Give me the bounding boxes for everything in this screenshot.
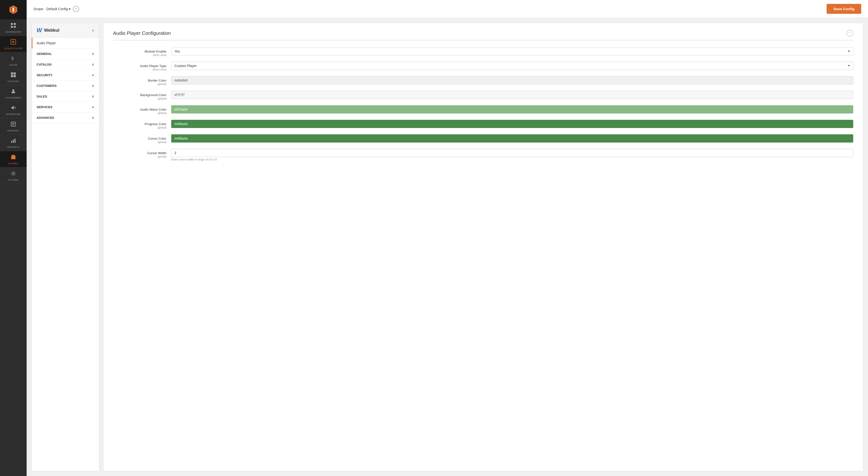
border-color-input[interactable] (171, 76, 853, 84)
scope-dropdown-icon: ▾ (69, 7, 70, 11)
audio-player-icon (11, 39, 16, 46)
config-scope-audio-player-type: [store view] (113, 68, 166, 71)
config-scope-module-enable: [store view] (113, 54, 166, 56)
right-panel: Audio Player Configuration ⌃ Module Enab… (103, 23, 863, 471)
config-label-cursor-width: Cursor Width (147, 151, 166, 155)
config-label-col-audio-player-type: Audio Player Type [store view] (113, 62, 171, 71)
chevron-down-sales: ∨ (92, 95, 94, 98)
left-nav-section-general[interactable]: GENERAL ∨ (32, 48, 99, 59)
reports-icon (11, 138, 16, 144)
config-row-module-enable: Module Enable [store view] Yes No (113, 47, 853, 56)
config-label-col-progress-color: Progress Color [global] (113, 120, 171, 129)
config-control-audio-wave-color (171, 105, 853, 113)
left-nav-section-services[interactable]: SERVICES ∨ (32, 102, 99, 112)
left-nav-section-customers-label: CUSTOMERS (37, 84, 57, 88)
config-label-cursor-color: Cursor Color (148, 137, 166, 140)
left-nav-audio-player[interactable]: Audio Player (32, 38, 99, 48)
audio-wave-color-input[interactable] (171, 105, 853, 113)
sidebar: DASHBOARD AUDIO PLAYER $ SALES CATALOG C… (0, 0, 27, 476)
config-row-progress-color: Progress Color [global] (113, 120, 853, 129)
collapse-icon[interactable]: ∧ (92, 28, 94, 32)
config-scope-cursor-color: [global] (113, 141, 166, 143)
left-nav-section-sales[interactable]: SALES ∨ (32, 91, 99, 102)
dashboard-icon (11, 23, 16, 29)
config-label-col-module-enable: Module Enable [store view] (113, 47, 171, 56)
svg-rect-2 (12, 8, 14, 12)
left-nav-section-advanced-label: ADVANCED (37, 116, 54, 120)
sidebar-item-label-content: CONTENT (7, 129, 19, 132)
customers-icon (11, 89, 16, 95)
sidebar-item-stores[interactable]: STORES (0, 151, 27, 167)
chevron-down-advanced: ∨ (92, 116, 94, 120)
cursor-width-input[interactable] (171, 149, 853, 157)
chevron-down-services: ∨ (92, 105, 94, 109)
svg-rect-12 (11, 75, 13, 77)
config-title-row: Audio Player Configuration ⌃ (113, 30, 853, 40)
sidebar-item-label-marketing: MARKETING (6, 113, 21, 115)
sales-icon: $ (11, 56, 16, 62)
sidebar-item-dashboard[interactable]: DASHBOARD (0, 20, 27, 36)
svg-rect-11 (13, 72, 16, 74)
svg-rect-3 (11, 23, 13, 25)
config-control-cursor-width: Enter cursor width in range of 0 to 10 (171, 149, 853, 161)
collapse-section-button[interactable]: ⌃ (846, 30, 853, 37)
svg-point-14 (12, 89, 14, 91)
sidebar-item-label-customers: CUSTOMERS (5, 96, 21, 99)
sidebar-logo (0, 0, 27, 20)
marketing-icon (11, 105, 16, 111)
config-title: Audio Player Configuration (113, 31, 171, 36)
chevron-down-security: ∨ (92, 73, 94, 77)
sidebar-item-reports[interactable]: REPORTS (0, 135, 27, 151)
svg-rect-19 (11, 141, 12, 143)
sidebar-item-system[interactable]: SYSTEM (0, 167, 27, 184)
content-area: W Webkul ∧ Audio Player GENERAL ∨ CATALO… (27, 18, 868, 476)
sidebar-item-customers[interactable]: CUSTOMERS (0, 85, 27, 102)
sidebar-item-content[interactable]: CONTENT (0, 118, 27, 135)
help-icon[interactable]: ? (73, 6, 79, 12)
left-nav-section-customers[interactable]: CUSTOMERS ∨ (32, 80, 99, 91)
module-enable-select[interactable]: Yes No (171, 47, 853, 56)
left-nav-section-catalog[interactable]: CATALOG ∨ (32, 59, 99, 70)
sidebar-item-sales[interactable]: $ SALES (0, 52, 27, 69)
background-color-input[interactable] (171, 91, 853, 99)
left-nav-section-catalog-label: CATALOG (37, 63, 52, 66)
sidebar-item-label-audio-player: AUDIO PLAYER (4, 47, 23, 49)
left-panel-header: W Webkul ∧ (32, 23, 99, 38)
scope-value: Default Config (46, 7, 68, 11)
config-control-module-enable: Yes No (171, 47, 853, 56)
svg-rect-4 (14, 23, 16, 25)
progress-color-input[interactable] (171, 120, 853, 128)
left-nav-section-security[interactable]: SECURITY ∨ (32, 70, 99, 80)
config-label-col-cursor-width: Cursor Width [global] (113, 149, 171, 158)
cursor-width-hint: Enter cursor width in range of 0 to 10 (171, 158, 853, 161)
sidebar-item-label-system: SYSTEM (8, 179, 19, 181)
scope-label: Scope: (33, 7, 44, 11)
sidebar-item-audio-player[interactable]: AUDIO PLAYER (0, 36, 27, 52)
config-label-border-color: Border Color (148, 79, 166, 82)
config-scope-audio-wave-color: [global] (113, 111, 166, 114)
svg-rect-21 (14, 139, 16, 143)
scope-select[interactable]: Default Config ▾ (46, 7, 71, 11)
config-label-col-cursor-color: Cursor Color [global] (113, 134, 171, 143)
config-control-border-color (171, 76, 853, 84)
left-nav-section-advanced[interactable]: ADVANCED ∨ (32, 112, 99, 123)
save-config-button[interactable]: Save Config (827, 4, 861, 14)
audio-player-type-select[interactable]: Custom Player Default Player (171, 62, 853, 70)
sidebar-item-catalog[interactable]: CATALOG (0, 69, 27, 85)
config-label-col-background-color: Background Color [global] (113, 91, 171, 100)
sidebar-item-label-stores: STORES (8, 162, 19, 165)
sidebar-item-label-sales: SALES (9, 63, 17, 66)
config-control-audio-player-type: Custom Player Default Player (171, 62, 853, 70)
magento-logo-icon (8, 4, 19, 15)
config-label-module-enable: Module Enable (145, 49, 166, 53)
config-label-col-audio-wave-color: Audio Wave Color [global] (113, 105, 171, 114)
sidebar-item-label-dashboard: DASHBOARD (6, 31, 21, 33)
config-label-col-border-color: Border Color [global] (113, 76, 171, 86)
system-icon (11, 171, 16, 177)
config-label-audio-wave-color: Audio Wave Color (140, 108, 166, 111)
cursor-color-input[interactable] (171, 134, 853, 142)
config-label-progress-color: Progress Color (145, 122, 166, 126)
svg-rect-10 (11, 72, 13, 74)
sidebar-item-marketing[interactable]: MARKETING (0, 102, 27, 118)
config-row-cursor-color: Cursor Color [global] (113, 134, 853, 143)
